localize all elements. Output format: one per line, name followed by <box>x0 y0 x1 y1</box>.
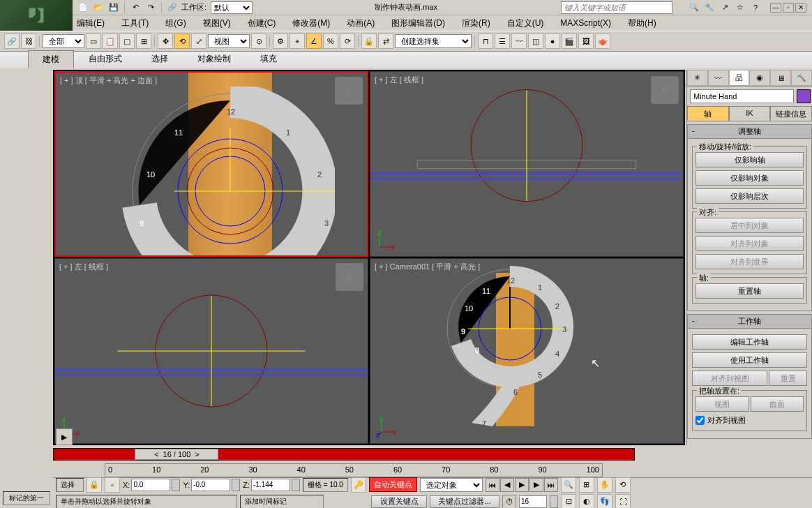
selection-filter[interactable]: 全部 <box>43 34 84 48</box>
viewport-label[interactable]: [ + ] 顶 [ 平滑 + 高光 + 边面 ] <box>60 75 157 86</box>
move-button[interactable]: ✥ <box>158 33 173 49</box>
menu-animation[interactable]: 动画(A) <box>347 17 375 29</box>
schematic-button[interactable]: ◫ <box>528 33 543 49</box>
snap-button[interactable]: ⌖ <box>290 33 305 49</box>
save-icon[interactable]: 💾 <box>107 1 120 14</box>
create-tab[interactable]: ✳ <box>687 70 708 86</box>
goto-start-button[interactable]: ⏮ <box>486 478 499 492</box>
frame-spinner[interactable] <box>550 495 558 508</box>
affect-object-button[interactable]: 仅影响对象 <box>696 170 804 186</box>
prev-frame-button[interactable]: ◀ <box>500 478 514 492</box>
select-region-button[interactable]: ▢ <box>119 33 135 49</box>
align-to-view-checkbox[interactable] <box>696 416 705 425</box>
workspace-dropdown[interactable]: 默认 <box>211 1 253 14</box>
timeslider-toggle[interactable]: ▶ <box>56 428 73 445</box>
viewport-label[interactable]: [ + ] 左 [ 线框 ] <box>59 262 108 272</box>
align-button[interactable]: ⊓ <box>478 33 493 49</box>
nav-max-icon[interactable]: ⛶ <box>615 494 631 509</box>
key-mode-icon[interactable]: 🔑 <box>351 477 366 493</box>
ribbon-tab-selection[interactable]: 选择 <box>137 50 183 68</box>
close-button[interactable]: ✕ <box>795 3 806 13</box>
ref-coord-dropdown[interactable]: 视图 <box>208 34 250 48</box>
link-icon[interactable]: 🔗 <box>166 1 179 14</box>
modify-tab[interactable]: 〰 <box>708 70 729 86</box>
viewport-left-1[interactable]: [ + ] 左 [ 线框 ] 右 zy <box>370 71 684 257</box>
reset-button[interactable]: 重置 <box>769 371 807 386</box>
viewport-label[interactable]: [ + ] Camera001 [ 平滑 + 高光 ] <box>375 262 480 272</box>
menu-modifiers[interactable]: 修改器(M) <box>292 17 330 29</box>
nav-pan-icon[interactable]: ✋ <box>597 477 612 493</box>
reset-pivot-button[interactable]: 重置轴 <box>696 283 804 299</box>
redo-icon[interactable]: ↷ <box>144 1 157 14</box>
time-ruler[interactable]: 0 10 20 30 40 50 60 70 80 90 100 <box>105 463 603 477</box>
edit-wp-button[interactable]: 编辑工作轴 <box>692 334 807 350</box>
menu-views[interactable]: 视图(V) <box>203 17 231 29</box>
arrow-icon[interactable]: ↗ <box>719 1 731 14</box>
affect-pivot-button[interactable]: 仅影响轴 <box>696 152 804 167</box>
menu-tools[interactable]: 工具(T) <box>121 17 149 29</box>
align-to-world-button[interactable]: 对齐到世界 <box>696 254 804 269</box>
pivot-center-button[interactable]: ⊙ <box>251 33 266 49</box>
ribbon-tab-populate[interactable]: 填充 <box>246 50 292 68</box>
manipulate-button[interactable]: ⚙ <box>273 33 288 49</box>
menu-grapheditors[interactable]: 图形编辑器(D) <box>391 17 445 29</box>
curve-editor-button[interactable]: 〰 <box>511 33 527 49</box>
next-frame-button[interactable]: ▶ <box>529 478 543 492</box>
align-to-view-button[interactable]: 对齐到视图 <box>692 371 767 386</box>
binoculars-icon[interactable]: 🔍 <box>688 1 700 14</box>
unlink-button[interactable]: ⛓ <box>21 33 36 49</box>
use-wp-button[interactable]: 使用工作轴 <box>692 352 807 368</box>
pivot-tab[interactable]: 轴 <box>687 106 729 121</box>
window-crossing-button[interactable]: ⊞ <box>136 33 151 49</box>
isolate-icon[interactable]: ▫ <box>105 477 120 493</box>
menu-customize[interactable]: 自定义(U) <box>507 17 544 29</box>
viewport-label[interactable]: [ + ] 左 [ 线框 ] <box>375 75 423 85</box>
link-button[interactable]: 🔗 <box>4 33 20 49</box>
render-button[interactable]: 🫖 <box>595 33 610 49</box>
minimize-button[interactable]: — <box>770 3 781 13</box>
selection-lock-button[interactable]: 🔒 <box>361 33 377 49</box>
x-spinner[interactable] <box>172 479 180 491</box>
goto-end-button[interactable]: ⏭ <box>544 478 558 492</box>
maximize-button[interactable]: ▫ <box>783 3 794 13</box>
linkinfo-tab[interactable]: 链接信息 <box>770 106 812 121</box>
help-icon[interactable]: ? <box>749 1 762 14</box>
nav-zoomext-icon[interactable]: ⊡ <box>561 494 576 509</box>
viewport-top[interactable]: [ + ] 顶 [ 平滑 + 高光 + 边面 ] 上 12 1 2 <box>54 71 368 257</box>
angle-snap-button[interactable]: ∠ <box>306 33 322 49</box>
named-selection-dropdown[interactable]: 创建选择集 <box>395 34 472 48</box>
surface-button[interactable]: 曲面 <box>751 396 804 412</box>
nav-walk-icon[interactable]: 👣 <box>597 494 612 509</box>
key-icon[interactable]: 🔧 <box>703 1 716 14</box>
percent-snap-button[interactable]: % <box>323 33 338 49</box>
ribbon-tab-paint[interactable]: 对象绘制 <box>183 50 246 68</box>
spinner-snap-button[interactable]: ⟳ <box>340 33 355 49</box>
new-icon[interactable]: 📄 <box>77 1 89 14</box>
rollout-adjust-pivot[interactable]: 调整轴 <box>687 124 812 139</box>
scale-button[interactable]: ⤢ <box>191 33 206 49</box>
display-tab[interactable]: 🖥 <box>770 70 791 86</box>
ribbon-tab-modeling[interactable]: 建模 <box>28 50 74 68</box>
viewport-camera[interactable]: [ + ] Camera001 [ 平滑 + 高光 ] 12 1 2 3 4 5… <box>370 258 684 444</box>
mirror-button[interactable]: ⇄ <box>378 33 393 49</box>
hierarchy-tab[interactable]: 品 <box>729 70 750 86</box>
rotate-button[interactable]: ⟲ <box>174 33 190 49</box>
view-button[interactable]: 视图 <box>696 396 749 412</box>
key-target-dropdown[interactable]: 选定对象 <box>420 478 483 492</box>
rollout-working-pivot[interactable]: 工作轴 <box>687 314 812 329</box>
nav-orbit-icon[interactable]: ⟲ <box>615 477 631 493</box>
undo-icon[interactable]: ↶ <box>129 1 142 14</box>
time-slider-thumb[interactable]: < 16 / 100 > <box>135 449 218 460</box>
render-frame-button[interactable]: 🖼 <box>578 33 594 49</box>
render-setup-button[interactable]: 🎬 <box>562 33 577 49</box>
affect-hierarchy-button[interactable]: 仅影响层次 <box>696 188 804 204</box>
utilities-tab[interactable]: 🔨 <box>791 70 812 86</box>
ribbon-tab-freeform[interactable]: 自由形式 <box>74 50 137 68</box>
ik-tab[interactable]: IK <box>729 106 771 121</box>
motion-tab[interactable]: ◉ <box>749 70 770 86</box>
search-input[interactable] <box>561 1 672 14</box>
menu-help[interactable]: 帮助(H) <box>628 17 656 29</box>
material-button[interactable]: ● <box>545 33 560 49</box>
x-input[interactable] <box>131 479 170 491</box>
nav-fov-icon[interactable]: ◐ <box>579 494 594 509</box>
